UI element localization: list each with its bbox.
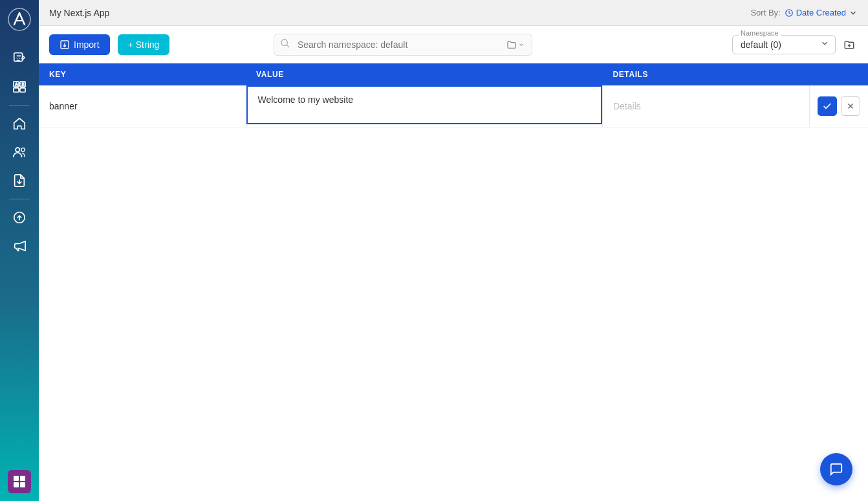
import-icon: [60, 39, 70, 50]
chat-button[interactable]: [820, 453, 852, 485]
sidebar-item-translation[interactable]: A Z: [6, 74, 32, 100]
sort-value-text: Date Created: [796, 8, 846, 17]
column-actions: [810, 63, 869, 85]
sidebar-puzzle-button[interactable]: [8, 470, 31, 493]
namespace-select-wrap: Namespace default (0): [732, 35, 836, 54]
key-value: banner: [49, 101, 78, 111]
folder-chevron-icon: [518, 41, 525, 48]
sort-by-label: Sort By:: [750, 8, 780, 17]
search-folder-button[interactable]: [504, 38, 527, 51]
page-title: My Next.js App: [49, 8, 109, 18]
column-key: KEY: [39, 63, 246, 85]
keys-table: KEY VALUE DETAILS banner: [39, 63, 868, 128]
sidebar-bottom: [8, 470, 31, 493]
sidebar-divider-1: [9, 105, 30, 106]
confirm-button[interactable]: [818, 96, 837, 116]
svg-rect-12: [20, 476, 25, 481]
sidebar-item-export[interactable]: [6, 168, 32, 194]
table-header-row: KEY VALUE DETAILS: [39, 63, 868, 85]
svg-point-17: [281, 39, 287, 45]
key-cell: banner: [39, 85, 246, 128]
logo[interactable]: [8, 8, 31, 34]
svg-rect-11: [14, 476, 19, 481]
sidebar: A Z: [0, 0, 39, 501]
checkmark-icon: [822, 101, 832, 111]
svg-point-9: [21, 148, 25, 152]
megaphone-icon: [12, 239, 27, 253]
sort-by-container: Sort By: Date Created: [750, 8, 858, 17]
actions-cell: [810, 85, 869, 128]
table-container: KEY VALUE DETAILS banner: [39, 63, 868, 501]
import-label: Import: [74, 39, 100, 50]
chat-icon: [829, 462, 843, 476]
cancel-button[interactable]: [841, 96, 860, 116]
value-cell[interactable]: [246, 85, 603, 128]
sidebar-item-users[interactable]: [6, 139, 32, 165]
upload-icon: [12, 210, 27, 225]
export-icon: [12, 173, 27, 188]
row-actions: [810, 91, 868, 121]
svg-point-8: [16, 148, 19, 151]
column-details: DETAILS: [603, 63, 810, 85]
sidebar-item-home[interactable]: [6, 111, 32, 137]
folder-icon: [506, 39, 517, 50]
column-value-label: VALUE: [256, 70, 284, 79]
close-icon: [846, 102, 855, 111]
users-icon: [12, 145, 27, 159]
svg-text:A: A: [16, 82, 18, 86]
sidebar-item-announcements[interactable]: [6, 233, 32, 259]
details-cell: Details: [603, 85, 810, 128]
translation-icon: A Z: [12, 80, 27, 94]
add-string-button[interactable]: + String: [118, 34, 170, 55]
search-input[interactable]: [274, 34, 532, 56]
sort-by-value[interactable]: Date Created: [785, 8, 858, 17]
svg-point-0: [8, 8, 30, 30]
column-key-label: KEY: [49, 70, 66, 79]
string-label: + String: [128, 39, 160, 50]
namespace-folder-icon: [843, 39, 855, 50]
puzzle-icon: [12, 474, 27, 489]
namespace-folder-button[interactable]: [841, 36, 858, 53]
namespace-select[interactable]: default (0): [732, 35, 836, 54]
clock-icon: [785, 8, 794, 17]
main-content: My Next.js App Sort By: Date Created Imp: [39, 0, 868, 501]
table-row: banner Details: [39, 85, 868, 128]
details-placeholder: Details: [613, 101, 641, 111]
import-button[interactable]: Import: [49, 34, 110, 55]
sidebar-item-upload[interactable]: [6, 205, 32, 230]
svg-rect-5: [20, 88, 25, 92]
edit-icon: [12, 51, 27, 65]
sidebar-item-edit[interactable]: [6, 45, 32, 71]
search-icon: [280, 38, 290, 51]
toolbar: Import + String: [39, 26, 868, 63]
logo-icon: [8, 8, 31, 31]
svg-rect-14: [20, 482, 25, 487]
svg-rect-1: [14, 53, 23, 61]
namespace-container: Namespace default (0): [732, 35, 858, 54]
chevron-down-icon: [849, 8, 858, 17]
sidebar-divider-2: [9, 199, 30, 199]
value-input[interactable]: [246, 85, 603, 124]
svg-line-18: [287, 45, 289, 47]
search-container: [274, 34, 532, 56]
column-details-label: DETAILS: [613, 70, 649, 79]
svg-text:Z: Z: [22, 82, 25, 86]
svg-rect-13: [14, 482, 19, 487]
home-icon: [12, 117, 27, 131]
svg-rect-4: [14, 88, 19, 92]
topbar: My Next.js App Sort By: Date Created: [39, 0, 868, 26]
column-value: VALUE: [246, 63, 603, 85]
namespace-label: Namespace: [739, 29, 781, 37]
